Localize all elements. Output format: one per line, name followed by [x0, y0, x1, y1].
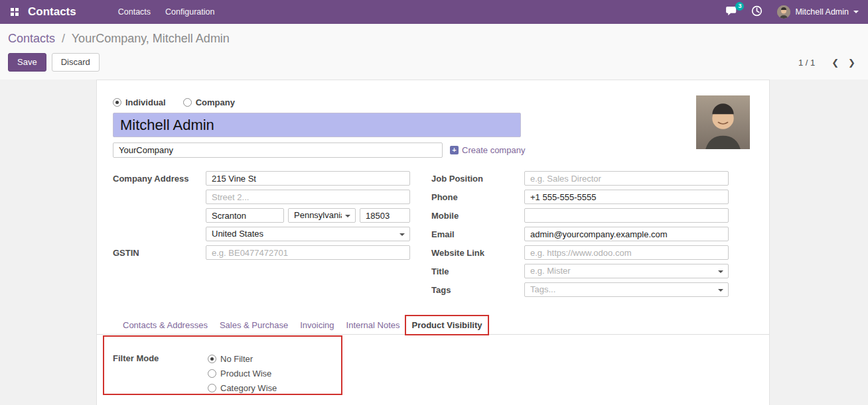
radio-no-filter-label: No Filter	[220, 354, 253, 364]
radio-selected-icon	[113, 98, 121, 107]
gstin-input[interactable]	[206, 245, 410, 260]
website-link-label: Website Link	[431, 245, 524, 260]
filter-mode-label: Filter Mode	[113, 353, 208, 394]
state-select-value: Pennsylvania (U	[294, 210, 342, 220]
radio-company-label: Company	[196, 97, 235, 107]
tab-internal-notes[interactable]: Internal Notes	[340, 316, 406, 334]
zip-input[interactable]	[360, 208, 410, 223]
form-sheet: Individual Company + Create company Comp…	[96, 80, 770, 405]
contact-name-input[interactable]	[113, 113, 521, 137]
user-menu[interactable]: Mitchell Admin	[777, 5, 861, 19]
mobile-input[interactable]	[524, 208, 729, 223]
radio-individual-label: Individual	[125, 97, 166, 107]
tab-invoicing[interactable]: Invoicing	[294, 316, 340, 334]
menu-item-configuration[interactable]: Configuration	[158, 0, 222, 24]
create-company-link[interactable]: + Create company	[450, 145, 525, 155]
clock-icon	[751, 5, 762, 19]
messages-button[interactable]: 3	[719, 0, 745, 24]
email-label: Email	[431, 227, 524, 241]
country-select-value: United States	[212, 229, 396, 239]
control-panel: Contacts / YourCompany, Mitchell Admin S…	[0, 24, 868, 80]
form-columns: Company Address Pennsylvania (U	[113, 171, 753, 301]
filter-mode-row: Filter Mode No Filter Product Wise Categ…	[113, 353, 753, 394]
breadcrumb-current: YourCompany, Mitchell Admin	[72, 32, 230, 45]
apps-menu-button[interactable]	[7, 0, 23, 24]
tab-sales-purchase[interactable]: Sales & Purchase	[214, 316, 294, 334]
tags-placeholder: Tags...	[530, 284, 715, 294]
user-avatar-image	[777, 5, 790, 19]
apps-grid-icon	[11, 8, 19, 16]
city-input[interactable]	[206, 208, 284, 223]
radio-selected-icon	[208, 355, 216, 363]
radio-product-wise[interactable]: Product Wise	[208, 367, 277, 379]
tags-label: Tags	[431, 282, 524, 297]
tags-field[interactable]: Tags...	[524, 282, 729, 297]
job-position-input[interactable]	[524, 171, 729, 186]
chevron-down-icon	[399, 233, 405, 236]
app-menu: Contacts Configuration	[111, 0, 222, 24]
gstin-label: GSTIN	[113, 245, 206, 260]
radio-unselected-icon	[208, 384, 216, 392]
chevron-down-icon	[345, 215, 350, 217]
title-select[interactable]: e.g. Mister	[524, 264, 729, 278]
page: Contacts Contacts Configuration 3 M	[0, 0, 868, 405]
pager-value: 1 / 1	[798, 58, 815, 68]
top-navbar: Contacts Contacts Configuration 3 M	[0, 0, 868, 24]
activity-button[interactable]	[745, 0, 769, 24]
state-select[interactable]: Pennsylvania (U	[288, 208, 356, 223]
user-name: Mitchell Admin	[795, 7, 849, 17]
company-address-label: Company Address	[113, 171, 206, 186]
radio-individual[interactable]: Individual	[113, 97, 166, 107]
app-title[interactable]: Contacts	[28, 5, 76, 19]
address-column: Company Address Pennsylvania (U	[113, 171, 431, 301]
discard-button[interactable]: Discard	[52, 53, 100, 72]
radio-unselected-icon	[208, 369, 216, 378]
email-input[interactable]	[524, 227, 729, 241]
job-position-label: Job Position	[431, 171, 524, 186]
title-select-placeholder: e.g. Mister	[530, 266, 715, 276]
pager-previous-icon[interactable]: ❮	[827, 56, 843, 69]
company-row: + Create company	[113, 143, 753, 158]
company-type-selector: Individual Company	[113, 96, 753, 108]
breadcrumb-separator: /	[62, 32, 65, 45]
breadcrumb-parent-link[interactable]: Contacts	[8, 32, 55, 45]
radio-category-wise-label: Category Wise	[220, 383, 277, 393]
title-label: Title	[431, 264, 524, 278]
plus-square-icon: +	[450, 146, 459, 154]
save-button[interactable]: Save	[8, 53, 46, 72]
radio-company[interactable]: Company	[183, 97, 235, 107]
radio-category-wise[interactable]: Category Wise	[208, 382, 277, 394]
notebook-tabs: Contacts & Addresses Sales & Purchase In…	[97, 316, 769, 335]
mobile-label: Mobile	[431, 208, 524, 223]
pager: 1 / 1 ❮ ❯	[798, 56, 860, 69]
menu-item-contacts[interactable]: Contacts	[111, 0, 158, 24]
chevron-down-icon	[718, 289, 723, 292]
phone-label: Phone	[431, 190, 524, 204]
country-select[interactable]: United States	[206, 227, 410, 241]
chevron-down-icon	[853, 11, 859, 13]
messages-badge: 3	[735, 2, 744, 11]
breadcrumb: Contacts / YourCompany, Mitchell Admin	[8, 30, 860, 46]
navbar-systray: 3 Mitchell Admin	[719, 0, 861, 24]
contact-photo[interactable]	[696, 95, 750, 149]
details-column: Job Position Phone Mobile Email Website …	[431, 171, 741, 301]
create-company-label: Create company	[462, 145, 525, 155]
control-panel-actions: Save Discard 1 / 1 ❮ ❯	[8, 53, 860, 72]
product-visibility-tab-content: Filter Mode No Filter Product Wise Categ…	[113, 335, 753, 394]
chevron-down-icon	[718, 270, 723, 273]
website-input[interactable]	[524, 245, 729, 260]
company-name-input[interactable]	[113, 143, 443, 158]
radio-no-filter[interactable]: No Filter	[208, 353, 277, 365]
pager-next-icon[interactable]: ❯	[843, 56, 860, 69]
phone-input[interactable]	[524, 190, 729, 204]
street-input[interactable]	[206, 171, 410, 186]
radio-unselected-icon	[183, 98, 192, 107]
tab-contacts-addresses[interactable]: Contacts & Addresses	[117, 316, 214, 334]
filter-mode-options: No Filter Product Wise Category Wise	[208, 353, 277, 394]
tab-product-visibility[interactable]: Product Visibility	[406, 316, 488, 334]
radio-product-wise-label: Product Wise	[220, 369, 271, 378]
street2-input[interactable]	[206, 190, 410, 204]
